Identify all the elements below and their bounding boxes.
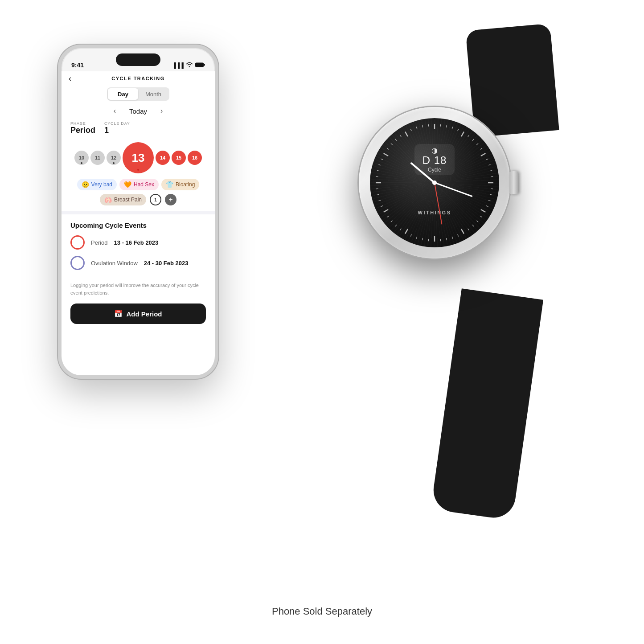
watch-moon-icon: ◑ — [431, 146, 438, 155]
phone-screen: ‹ CYCLE TRACKING Day Month ‹ Today › PHA… — [62, 71, 215, 375]
watch-center-dot — [432, 180, 437, 185]
upcoming-section: Upcoming Cycle Events Period 13 - 16 Feb… — [62, 216, 215, 280]
svg-line-61 — [428, 124, 429, 127]
svg-line-48 — [376, 176, 378, 177]
svg-line-57 — [405, 132, 408, 136]
date-nav: ‹ Today › — [62, 105, 215, 119]
event-period-label: Period — [91, 239, 108, 246]
svg-line-22 — [481, 209, 485, 212]
svg-rect-1 — [204, 64, 205, 66]
svg-line-39 — [395, 225, 397, 226]
wifi-icon — [186, 62, 193, 69]
svg-line-34 — [422, 238, 423, 240]
svg-line-19 — [490, 194, 492, 195]
bubble-10[interactable]: 10 — [74, 151, 89, 165]
tag-had-sex[interactable]: 🧡 Had Sex — [119, 179, 159, 190]
svg-line-37 — [405, 229, 408, 234]
svg-line-4 — [446, 125, 447, 127]
phase-label: PHASE — [70, 121, 95, 126]
event-ovulation-label: Ovulation Window — [91, 260, 138, 267]
svg-line-13 — [486, 159, 488, 160]
svg-line-27 — [461, 229, 464, 234]
svg-line-30 — [446, 238, 447, 240]
add-period-button[interactable]: 📅 Add Period — [70, 304, 206, 324]
date-prev-button[interactable]: ‹ — [114, 107, 116, 115]
add-more-button[interactable]: + — [165, 194, 176, 205]
tag-breast-pain[interactable]: 🫁 Breast Pain — [100, 194, 146, 205]
svg-line-44 — [378, 200, 381, 201]
phone-frame: 9:41 ▐▐▐ — [58, 45, 218, 379]
svg-line-43 — [381, 206, 383, 207]
svg-line-24 — [476, 221, 478, 222]
info-text: Logging your period will improve the acc… — [62, 280, 215, 301]
bubble-15[interactable]: 15 — [172, 151, 186, 165]
watch-strap-bottom — [431, 288, 543, 521]
tag-breast-pain-label: Breast Pain — [114, 197, 142, 203]
add-more-count[interactable]: 1 — [150, 194, 161, 205]
phase-col: PHASE Period — [70, 121, 95, 135]
svg-line-23 — [480, 216, 482, 217]
svg-line-16 — [491, 176, 493, 177]
svg-line-60 — [422, 125, 423, 127]
battery-icon — [195, 62, 205, 69]
tag-bloating-label: Bloating — [176, 181, 195, 188]
svg-line-33 — [428, 239, 429, 241]
tag-very-bad[interactable]: 😟 Very bad — [77, 179, 117, 190]
cycle-day-label: CYCLE DAY — [104, 121, 130, 126]
watch-face: ◑ D 18 Cycle WITHINGS — [370, 118, 499, 247]
status-icons: ▐▐▐ — [172, 62, 205, 69]
svg-line-21 — [486, 206, 488, 207]
svg-line-58 — [410, 129, 411, 131]
svg-line-59 — [416, 127, 417, 129]
svg-line-46 — [376, 189, 378, 189]
section-divider — [62, 211, 215, 214]
breast-pain-icon: 🫁 — [104, 196, 112, 203]
back-button[interactable]: ‹ — [69, 74, 71, 83]
svg-line-18 — [491, 189, 493, 189]
add-period-label: Add Period — [126, 310, 162, 318]
bubble-12[interactable]: 12 — [107, 151, 121, 165]
svg-line-14 — [488, 164, 491, 165]
svg-line-41 — [387, 216, 389, 217]
watch-wrapper: ◑ D 18 Cycle WITHINGS — [359, 27, 644, 428]
svg-line-29 — [452, 237, 453, 239]
svg-line-35 — [416, 237, 417, 239]
svg-line-5 — [452, 127, 453, 129]
bubble-14[interactable]: 14 — [156, 151, 170, 165]
app-title: CYCLE TRACKING — [111, 76, 164, 81]
bubbles-row: 10 11 12 13 14 — [62, 139, 215, 176]
svg-line-8 — [468, 135, 469, 137]
tag-bloating[interactable]: 👕 Bloating — [161, 179, 199, 190]
tab-switcher: Day Month — [107, 87, 169, 101]
svg-line-31 — [440, 239, 441, 241]
watch-case: ◑ D 18 Cycle WITHINGS — [359, 107, 510, 258]
svg-line-38 — [400, 229, 401, 230]
bubble-16[interactable]: 16 — [188, 151, 202, 165]
had-sex-icon: 🧡 — [124, 181, 131, 188]
bubble-13[interactable]: 13 — [123, 142, 154, 173]
svg-line-3 — [440, 124, 441, 127]
tab-day[interactable]: Day — [108, 88, 138, 100]
app-header: ‹ CYCLE TRACKING — [62, 71, 215, 85]
very-bad-icon: 😟 — [82, 181, 89, 188]
bubble-13-dot — [137, 169, 139, 171]
bubble-11[interactable]: 11 — [90, 151, 105, 165]
svg-line-15 — [490, 171, 492, 171]
event-ovulation-icon — [70, 256, 85, 270]
tag-had-sex-label: Had Sex — [134, 181, 154, 188]
upcoming-title: Upcoming Cycle Events — [70, 222, 206, 229]
event-ovulation: Ovulation Window 24 - 30 Feb 2023 — [70, 256, 206, 270]
date-next-button[interactable]: › — [160, 107, 163, 115]
svg-line-54 — [391, 144, 393, 145]
svg-line-25 — [472, 225, 474, 226]
add-more-row: 🫁 Breast Pain 1 + — [62, 193, 215, 209]
event-period: Period 13 - 16 Feb 2023 — [70, 235, 206, 250]
svg-line-10 — [476, 144, 478, 145]
tab-month[interactable]: Month — [138, 88, 168, 100]
bubble-12-dot — [113, 162, 115, 164]
event-period-date: 13 - 16 Feb 2023 — [114, 239, 159, 246]
svg-line-56 — [400, 135, 401, 137]
svg-line-49 — [377, 171, 379, 171]
svg-line-53 — [387, 148, 389, 149]
event-period-icon — [70, 235, 85, 250]
